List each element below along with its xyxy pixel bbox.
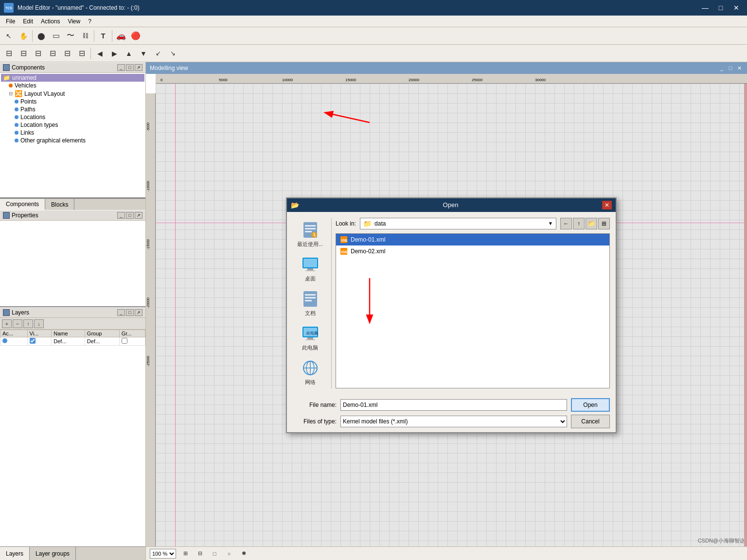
layers-icon <box>3 309 10 316</box>
tab-layer-groups[interactable]: Layer groups <box>30 547 76 560</box>
dialog-close-button[interactable]: ✕ <box>602 201 612 210</box>
align-left-button[interactable]: ⊟ <box>2 47 16 60</box>
status-btn-2[interactable]: ⊟ <box>195 548 205 559</box>
sidebar-desktop[interactable]: 桌面 <box>293 252 327 285</box>
status-btn-5[interactable]: ✱ <box>238 548 249 559</box>
sidebar-computer[interactable]: 此电脑 此电脑 <box>293 321 327 354</box>
properties-maximize-button[interactable]: □ <box>126 212 134 219</box>
tab-layers[interactable]: Layers <box>0 547 30 560</box>
documents-label: 文档 <box>305 310 316 317</box>
filename-input[interactable] <box>340 399 567 411</box>
visible-checkbox[interactable] <box>30 338 36 344</box>
unnamed-label: unnamed <box>12 74 36 81</box>
file-item-demo02[interactable]: XML Demo-02.xml <box>336 245 609 257</box>
text-tool-button[interactable]: T <box>96 29 110 43</box>
menu-edit[interactable]: Edit <box>19 17 37 26</box>
components-maximize-button[interactable]: □ <box>126 64 134 71</box>
rotate-ccw-button[interactable]: ↙ <box>151 47 165 60</box>
open-button[interactable]: Open <box>571 398 610 412</box>
properties-minimize-button[interactable]: _ <box>117 212 125 219</box>
layers-undock-button[interactable]: ↗ <box>135 309 142 316</box>
minimize-button[interactable]: — <box>698 3 712 13</box>
close-button[interactable]: ✕ <box>729 3 743 13</box>
sidebar-documents[interactable]: 文档 <box>293 287 327 319</box>
move-right-button[interactable]: ▶ <box>107 47 121 60</box>
tree-item-locations[interactable]: Locations <box>1 113 144 121</box>
nav-up-button[interactable]: ↑ <box>573 218 585 229</box>
modelling-close-button[interactable]: ✕ <box>735 65 743 71</box>
properties-undock-button[interactable]: ↗ <box>135 212 142 219</box>
gr-checkbox[interactable] <box>122 338 127 344</box>
status-btn-1[interactable]: ⊞ <box>180 548 191 559</box>
layers-down-button[interactable]: ↓ <box>34 319 44 328</box>
svg-rect-1 <box>305 225 316 227</box>
filetype-select[interactable]: Kernel model files (*.xml) <box>340 416 567 427</box>
components-undock-button[interactable]: ↗ <box>135 64 142 71</box>
tree-item-other-graphical[interactable]: Other graphical elements <box>1 137 144 144</box>
move-left-button[interactable]: ◀ <box>93 47 107 60</box>
components-minimize-button[interactable]: _ <box>117 64 125 71</box>
align-bottom-button[interactable]: ⊟ <box>75 47 89 60</box>
vehicle-tool-button[interactable]: 🚗 <box>114 29 128 43</box>
menu-file[interactable]: File <box>2 17 19 26</box>
path-tool-button[interactable]: 〜 <box>64 29 77 43</box>
nav-view-button[interactable]: ⊞ <box>598 218 610 229</box>
rect-tool-button[interactable]: ▭ <box>49 29 63 43</box>
select-tool-button[interactable]: ↖ <box>2 29 16 43</box>
menu-actions[interactable]: Actions <box>37 17 64 26</box>
layers-add-button[interactable]: + <box>2 319 12 328</box>
align-center-button[interactable]: ⊟ <box>17 47 30 60</box>
sidebar-network[interactable]: 网络 <box>293 356 327 388</box>
layers-controls: _ □ ↗ <box>117 309 142 316</box>
layers-title: Layers <box>3 309 29 316</box>
maximize-button[interactable]: □ <box>714 3 728 13</box>
tree-item-unnamed[interactable]: 📁 unnamed <box>1 74 144 82</box>
cancel-button[interactable]: Cancel <box>571 415 610 428</box>
filename-row: File name: Open <box>293 398 610 412</box>
menu-view[interactable]: View <box>64 17 84 26</box>
modelling-header: Modelling view _ □ ✕ <box>146 62 747 74</box>
look-in-select[interactable]: 📁 data ▼ <box>360 218 556 229</box>
modelling-maximize-button[interactable]: □ <box>727 65 734 71</box>
layers-up-button[interactable]: ↑ <box>23 319 33 328</box>
tree-item-layout[interactable]: ⊟ 🔀 Layout VLayout <box>1 89 144 98</box>
nav-back-button[interactable]: ← <box>560 218 572 229</box>
move-up-button[interactable]: ▲ <box>122 47 136 60</box>
link-tool-button[interactable]: ⛓ <box>78 29 92 43</box>
dialog-overlay: 📂 Open ✕ <box>156 84 747 546</box>
tab-blocks[interactable]: Blocks <box>45 199 74 210</box>
tree-item-paths[interactable]: Paths <box>1 105 144 113</box>
tree-item-links[interactable]: Links <box>1 129 144 137</box>
status-btn-4[interactable]: ○ <box>224 548 234 559</box>
rotate-cw-button[interactable]: ↘ <box>166 47 179 60</box>
table-row[interactable]: Def... Def... <box>0 337 145 346</box>
layers-remove-button[interactable]: − <box>13 319 22 328</box>
align-middle-button[interactable]: ⊟ <box>60 47 74 60</box>
group-cell: Def... <box>85 337 119 346</box>
svg-rect-16 <box>305 339 315 340</box>
modelling-title: Modelling view <box>150 65 188 71</box>
move-down-button[interactable]: ▼ <box>137 47 150 60</box>
pan-tool-button[interactable]: ✋ <box>17 29 30 43</box>
canvas-area[interactable]: 📂 Open ✕ <box>156 84 747 546</box>
zoom-select[interactable]: 25 % 50 % 75 % 100 % 150 % 200 % <box>150 549 176 559</box>
tree-item-points[interactable]: Points <box>1 98 144 105</box>
circle-tool-button[interactable]: ⬤ <box>35 29 48 43</box>
menu-help[interactable]: ? <box>84 17 95 26</box>
sidebar-recent[interactable]: 最近使用... <box>293 218 327 250</box>
properties-content <box>0 221 145 306</box>
file-list[interactable]: XML Demo-01.xml <box>336 233 610 388</box>
tree-item-vehicles[interactable]: Vehicles <box>1 82 144 89</box>
nav-new-folder-button[interactable]: 📁 <box>586 218 597 229</box>
align-top-button[interactable]: ⊟ <box>46 47 59 60</box>
tab-components[interactable]: Components <box>0 199 45 210</box>
tree-item-location-types[interactable]: Location types <box>1 121 144 129</box>
location-tool-button[interactable]: 🔴 <box>129 29 142 43</box>
vruler-tick-25000: -25000 <box>146 356 150 367</box>
layers-maximize-button[interactable]: □ <box>126 309 134 316</box>
align-right-button[interactable]: ⊟ <box>31 47 45 60</box>
modelling-minimize-button[interactable]: _ <box>718 65 726 71</box>
layers-minimize-button[interactable]: _ <box>117 309 125 316</box>
file-item-demo01[interactable]: XML Demo-01.xml <box>336 234 609 245</box>
status-btn-3[interactable]: □ <box>209 548 220 559</box>
